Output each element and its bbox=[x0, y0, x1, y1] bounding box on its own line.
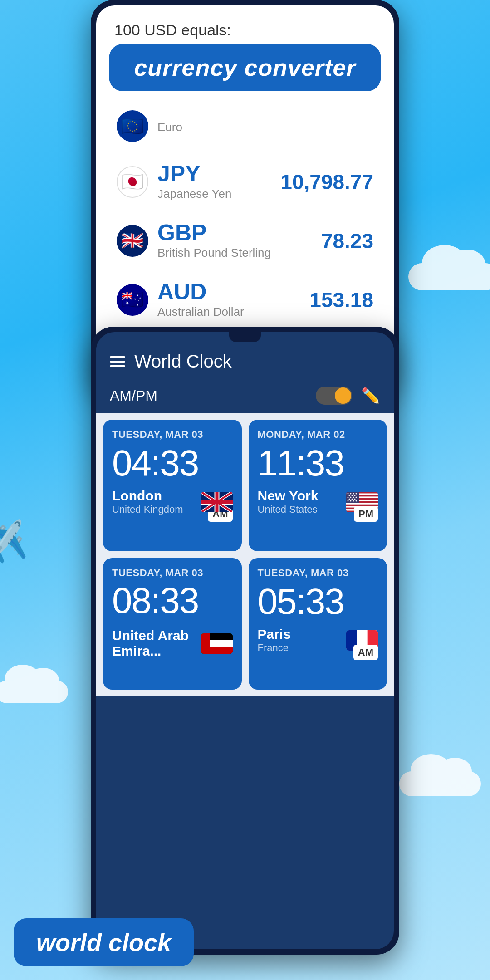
city-info-newyork: New York United States bbox=[258, 488, 318, 515]
currency-header: 100 USD equals: bbox=[96, 5, 394, 48]
menu-button[interactable] bbox=[110, 356, 125, 367]
clock-card-uae[interactable]: TUESDAY, MAR 03 08:33 United Arab Emira.… bbox=[103, 558, 242, 690]
flag-aud: 🇦🇺 bbox=[117, 284, 148, 316]
currency-row-jpy[interactable]: 🇯🇵 JPY Japanese Yen 10,798.77 bbox=[110, 152, 380, 211]
city-name-uae: United Arab Emira... bbox=[112, 628, 201, 659]
currency-name-aud: Australian Dollar bbox=[157, 305, 309, 319]
flag-uae bbox=[201, 633, 233, 654]
ampm-bar: AM/PM ✏️ bbox=[96, 378, 394, 413]
svg-rect-37 bbox=[210, 640, 233, 647]
flag-eur: 🇪🇺 bbox=[117, 110, 148, 142]
svg-point-30 bbox=[354, 498, 356, 500]
world-clock-phone: World Clock AM/PM ✏️ TUESDAY, MAR 03 04:… bbox=[91, 327, 399, 955]
clock-card-paris[interactable]: TUESDAY, MAR 03 05:33 AM Paris France bbox=[249, 558, 387, 690]
currency-name-jpy: Japanese Yen bbox=[157, 187, 280, 201]
clock-time-paris: 05:33 bbox=[258, 583, 378, 620]
currency-row-aud[interactable]: 🇦🇺 AUD Australian Dollar 153.18 bbox=[110, 270, 380, 329]
svg-point-25 bbox=[350, 496, 352, 498]
svg-point-20 bbox=[356, 493, 357, 494]
airplane-decoration: ✈️ bbox=[0, 518, 30, 568]
clock-date-uae: TUESDAY, MAR 03 bbox=[112, 567, 233, 579]
currency-info-aud: AUD Australian Dollar bbox=[157, 280, 309, 319]
toggle-knob bbox=[335, 387, 351, 404]
city-name-paris: Paris bbox=[258, 627, 291, 642]
svg-point-18 bbox=[350, 493, 352, 494]
svg-point-19 bbox=[353, 493, 354, 494]
country-name-london: United Kingdom bbox=[112, 504, 183, 515]
svg-point-31 bbox=[348, 500, 349, 501]
currency-info-gbp: GBP British Pound Sterling bbox=[157, 221, 321, 260]
svg-rect-13 bbox=[346, 503, 378, 504]
world-clock-screen: World Clock AM/PM ✏️ TUESDAY, MAR 03 04:… bbox=[96, 332, 394, 949]
currency-name-eur: Euro bbox=[157, 120, 373, 134]
ampm-badge-newyork: PM bbox=[354, 506, 378, 522]
city-name-london: London bbox=[112, 488, 183, 504]
city-info-paris: Paris France bbox=[258, 627, 291, 654]
svg-rect-39 bbox=[201, 633, 210, 654]
currency-info-eur: Euro bbox=[157, 118, 373, 134]
country-name-newyork: United States bbox=[258, 504, 318, 515]
ampm-badge-paris: AM bbox=[353, 645, 378, 660]
currency-code-gbp: GBP bbox=[157, 221, 321, 244]
clock-grid: TUESDAY, MAR 03 04:33 AM London United K… bbox=[96, 413, 394, 696]
clock-date-newyork: MONDAY, MAR 02 bbox=[258, 429, 378, 441]
currency-converter-label: currency converter bbox=[109, 44, 381, 91]
currency-code-aud: AUD bbox=[157, 280, 309, 303]
city-row-london: London United Kingdom bbox=[112, 488, 233, 515]
svg-rect-38 bbox=[210, 647, 233, 654]
clock-time-newyork: 11:33 bbox=[258, 445, 378, 481]
currency-info-jpy: JPY Japanese Yen bbox=[157, 162, 280, 201]
clock-card-newyork[interactable]: MONDAY, MAR 02 11:33 PM New York United … bbox=[249, 420, 387, 551]
svg-point-32 bbox=[350, 500, 352, 501]
flag-jpy: 🇯🇵 bbox=[117, 166, 148, 198]
currency-row-eur[interactable]: 🇪🇺 Euro bbox=[110, 100, 380, 152]
currency-value-aud: 153.18 bbox=[309, 288, 373, 312]
clock-time-uae: 08:33 bbox=[112, 583, 233, 619]
edit-button[interactable]: ✏️ bbox=[361, 387, 380, 405]
world-clock-header: World Clock bbox=[96, 342, 394, 378]
flag-uk bbox=[201, 492, 233, 512]
world-clock-label: world clock bbox=[14, 918, 194, 966]
world-clock-title: World Clock bbox=[134, 351, 380, 372]
city-row-uae: United Arab Emira... bbox=[112, 619, 233, 659]
svg-point-29 bbox=[352, 498, 353, 500]
phone-notch bbox=[229, 332, 261, 342]
city-name-newyork: New York bbox=[258, 488, 318, 504]
svg-point-34 bbox=[356, 500, 357, 501]
currency-value-gbp: 78.23 bbox=[321, 229, 373, 253]
svg-rect-36 bbox=[210, 633, 233, 640]
svg-point-22 bbox=[352, 495, 353, 496]
svg-point-17 bbox=[348, 493, 349, 494]
svg-point-27 bbox=[356, 496, 357, 498]
clock-time-london: 04:33 bbox=[112, 445, 233, 481]
clock-date-paris: TUESDAY, MAR 03 bbox=[258, 567, 378, 579]
clock-card-london[interactable]: TUESDAY, MAR 03 04:33 AM London United K… bbox=[103, 420, 242, 551]
svg-point-23 bbox=[354, 495, 356, 496]
svg-point-24 bbox=[348, 496, 349, 498]
currency-name-gbp: British Pound Sterling bbox=[157, 246, 321, 260]
svg-point-26 bbox=[353, 496, 354, 498]
country-name-paris: France bbox=[258, 642, 291, 654]
currency-row-gbp[interactable]: 🇬🇧 GBP British Pound Sterling 78.23 bbox=[110, 211, 380, 270]
ampm-label: AM/PM bbox=[110, 387, 316, 404]
flag-gbp: 🇬🇧 bbox=[117, 225, 148, 257]
city-info-london: London United Kingdom bbox=[112, 488, 183, 515]
currency-value-jpy: 10,798.77 bbox=[280, 170, 373, 194]
currency-code-jpy: JPY bbox=[157, 162, 280, 185]
svg-point-28 bbox=[349, 498, 350, 500]
svg-point-21 bbox=[349, 495, 350, 496]
ampm-toggle[interactable] bbox=[316, 387, 352, 405]
city-info-uae: United Arab Emira... bbox=[112, 628, 201, 659]
svg-point-33 bbox=[353, 500, 354, 501]
clock-date-london: TUESDAY, MAR 03 bbox=[112, 429, 233, 441]
